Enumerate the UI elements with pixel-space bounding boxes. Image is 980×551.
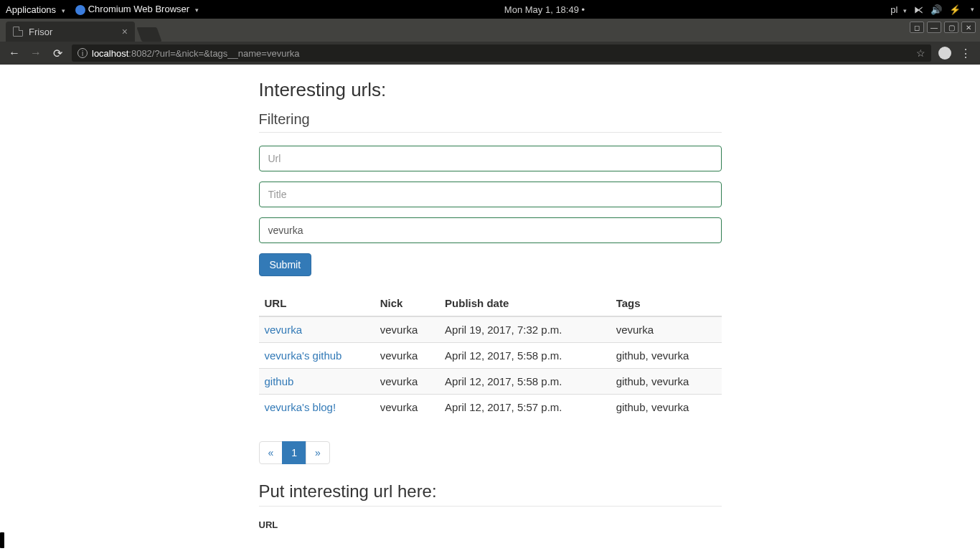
close-window-button[interactable]: ✕ [961,22,976,33]
tags-cell: github, vevurka [611,395,722,420]
clock: Mon May 1, 18:49 • [199,4,891,15]
table-row: vevurka's blog! vevurka April 12, 2017, … [259,395,722,420]
dropdown-icon: ▾ [903,7,907,14]
col-url: URL [259,291,374,316]
table-row: vevurka vevurka April 19, 2017, 7:32 p.m… [259,316,722,343]
lang-indicator[interactable]: pl ▾ [890,4,907,15]
address-bar[interactable]: i localhost:8082/?url=&nick=&tags__name=… [72,44,931,62]
put-url-heading: Put interesting url here: [259,481,722,507]
table-row: github vevurka April 12, 2017, 5:58 p.m.… [259,369,722,395]
submit-button[interactable]: Submit [259,253,312,276]
bookmark-icon[interactable]: ☆ [916,47,925,59]
publish-cell: April 19, 2017, 7:32 p.m. [439,316,611,343]
forward-button[interactable]: → [29,47,43,60]
browser-menu-button[interactable]: ⋮ [958,47,973,60]
page-prev[interactable]: « [259,441,283,464]
col-nick: Nick [374,291,439,316]
new-tab-button[interactable] [136,27,161,42]
system-menu-icon[interactable]: ▾ [971,6,974,13]
tag-filter-input[interactable] [259,217,722,243]
col-tags: Tags [611,291,722,316]
applications-menu[interactable]: Applications ▾ [6,4,65,15]
col-publish: Publish date [439,291,611,316]
site-info-icon[interactable]: i [77,48,88,58]
publish-cell: April 12, 2017, 5:57 p.m. [439,395,611,420]
tags-cell: github, vevurka [611,369,722,395]
nick-cell: vevurka [374,395,439,420]
publish-cell: April 12, 2017, 5:58 p.m. [439,343,611,369]
title-filter-input[interactable] [259,182,722,207]
url-link[interactable]: vevurka's github [265,349,342,362]
page-icon [13,27,23,37]
browser-tab[interactable]: Frisor × [6,22,135,42]
chromium-icon [75,5,85,15]
dropdown-icon: ▾ [62,7,65,14]
filtering-heading: Filtering [259,111,722,133]
url-path: :8082/?url=&nick=&tags__name=vevurka [128,48,299,59]
url-filter-input[interactable] [259,146,722,171]
back-button[interactable]: ← [7,47,22,60]
nick-cell: vevurka [374,343,439,369]
page-next[interactable]: » [306,441,330,464]
page-title: Interesting urls: [259,79,722,101]
close-tab-icon[interactable]: × [122,26,128,37]
nick-cell: vevurka [374,316,439,343]
publish-cell: April 12, 2017, 5:58 p.m. [439,369,611,395]
page-1[interactable]: 1 [282,441,306,464]
profile-avatar[interactable] [938,47,951,60]
minimize-button[interactable]: — [927,22,941,33]
account-button[interactable]: ◻ [910,22,924,33]
window-controls: ◻ — ▢ ✕ [910,22,976,33]
nick-cell: vevurka [374,369,439,395]
maximize-button[interactable]: ▢ [944,22,958,33]
wifi-icon[interactable]: ⧔ [914,4,923,15]
browser-menu[interactable]: Chromium Web Browser ▾ [75,4,199,15]
results-table: URL Nick Publish date Tags vevurka vevur… [259,291,722,420]
pagination: « 1 » [259,441,330,464]
url-link[interactable]: github [265,375,294,387]
url-link[interactable]: vevurka [265,324,303,336]
browser-tabstrip: Frisor × ◻ — ▢ ✕ [0,19,980,42]
url-label: URL [259,519,722,530]
page-viewport[interactable]: Interesting urls: Filtering Submit URL N… [0,65,980,551]
tab-title: Frisor [29,27,52,37]
url-host: localhost [92,48,128,59]
tags-cell: github, vevurka [611,343,722,369]
reload-button[interactable]: ⟳ [50,47,65,60]
battery-icon[interactable]: ⚡ [949,4,961,15]
table-row: vevurka's github vevurka April 12, 2017,… [259,343,722,369]
volume-icon[interactable]: 🔊 [930,4,942,15]
os-top-bar: Applications ▾ Chromium Web Browser ▾ Mo… [0,0,980,19]
url-link[interactable]: vevurka's blog! [265,401,336,413]
tags-cell: vevurka [611,316,722,343]
browser-toolbar: ← → ⟳ i localhost:8082/?url=&nick=&tags_… [0,42,980,65]
window-edge [0,532,4,548]
